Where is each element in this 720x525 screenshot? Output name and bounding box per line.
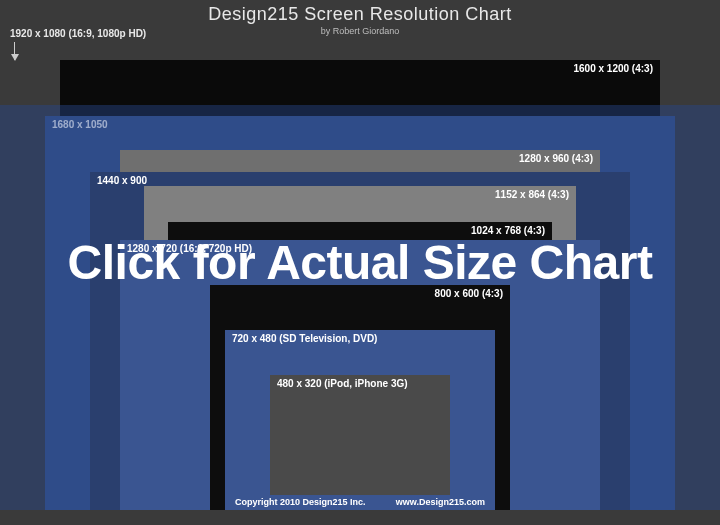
res-label-1152x864: 1152 x 864 (4:3) xyxy=(495,189,569,200)
res-label-1280x960: 1280 x 960 (4:3) xyxy=(519,153,593,164)
res-480x320: 480 x 320 (iPod, iPhone 3G) xyxy=(270,375,450,495)
footer-url: www.Design215.com xyxy=(396,497,485,507)
res-label-1440x900: 1440 x 900 xyxy=(97,175,147,186)
res-label-720x480: 720 x 480 (SD Television, DVD) xyxy=(232,333,377,344)
res-label-480x320: 480 x 320 (iPod, iPhone 3G) xyxy=(277,378,408,389)
footer-copyright: Copyright 2010 Design215 Inc. xyxy=(235,497,366,507)
res-label-1600x1200: 1600 x 1200 (4:3) xyxy=(573,63,653,74)
click-actual-size-link[interactable]: Click for Actual Size Chart xyxy=(68,235,653,290)
